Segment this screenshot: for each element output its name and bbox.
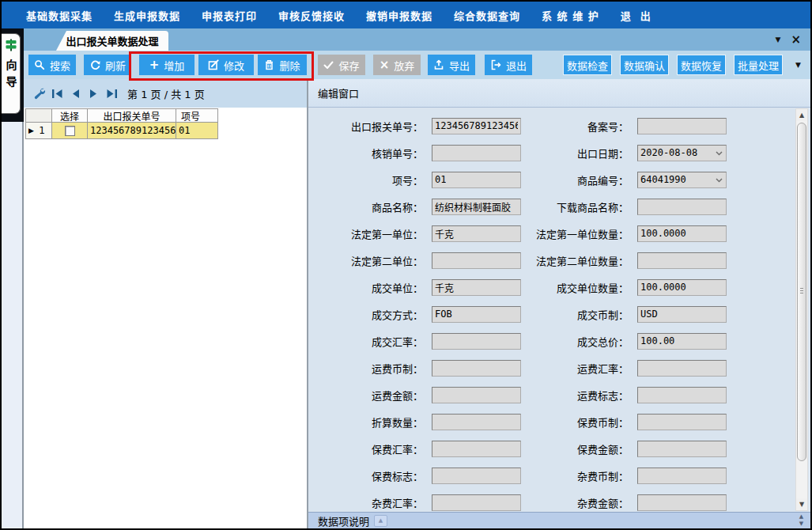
- form-input[interactable]: 100.0000: [637, 279, 727, 296]
- toolbar-overflow-icon[interactable]: ▼: [795, 61, 801, 69]
- form-input[interactable]: 纺织材料制鞋面胶: [432, 199, 521, 215]
- form-input[interactable]: 01: [432, 172, 521, 188]
- form-input[interactable]: 100.00: [637, 333, 727, 350]
- export-label: 导出: [449, 58, 470, 73]
- vertical-scrollbar[interactable]: ▲ ▼: [795, 108, 808, 511]
- menu-item-2[interactable]: 生成申报数据: [114, 8, 180, 23]
- table-row-select-cell[interactable]: [52, 123, 88, 139]
- form-input[interactable]: 100.0000: [637, 225, 727, 242]
- menu-item-4[interactable]: 审核反馈接收: [278, 8, 345, 23]
- refresh-button[interactable]: 刷新: [84, 55, 131, 75]
- form-input[interactable]: [637, 252, 727, 269]
- record-table: 选择 出口报关单号 项号 ▶ 1 123456789123456789 01: [25, 108, 218, 139]
- add-button[interactable]: + 增加: [139, 55, 195, 75]
- toolbar: 搜索 刷新 + 增加 修改 删除 保存: [24, 51, 810, 79]
- settings-wrench-icon[interactable]: [32, 85, 46, 101]
- form-input[interactable]: [637, 360, 727, 377]
- wizard-tab[interactable]: 向导: [2, 33, 21, 114]
- first-page-icon[interactable]: [50, 85, 64, 101]
- scroll-down-icon[interactable]: ▼: [796, 498, 807, 510]
- batch-process-button[interactable]: 批量处理: [734, 55, 783, 75]
- menu-item-3[interactable]: 申报表打印: [202, 8, 257, 23]
- form-input[interactable]: [432, 441, 521, 457]
- menu-item-5[interactable]: 撤销申报数据: [366, 8, 432, 23]
- form-input[interactable]: [637, 414, 727, 430]
- tab-list-dropdown-icon[interactable]: ▼: [776, 36, 781, 44]
- tab-close-icon[interactable]: ×: [791, 34, 801, 46]
- form-input[interactable]: [637, 199, 727, 215]
- form-input[interactable]: [432, 145, 521, 161]
- field-label: 出口日期：: [521, 146, 633, 161]
- field-label: 法定第一单位数量：: [521, 226, 633, 241]
- collapse-arrow-icon: ▲: [379, 517, 383, 524]
- tab-export-declaration[interactable]: 出口报关单数据处理: [56, 31, 168, 51]
- next-page-icon[interactable]: [86, 85, 100, 101]
- form-input[interactable]: [637, 387, 727, 403]
- form-input[interactable]: [637, 441, 727, 457]
- last-page-icon[interactable]: [104, 85, 119, 101]
- delete-button[interactable]: 删除: [258, 55, 307, 75]
- edit-panel-header: 编辑窗口: [308, 79, 810, 108]
- tab-title: 出口报关单数据处理: [66, 33, 158, 48]
- discard-button[interactable]: × 放弃: [373, 55, 421, 75]
- mini-scroll-down-icon[interactable]: ▼: [799, 521, 803, 527]
- data-restore-label: 数据恢复: [681, 58, 722, 73]
- menu-item-8[interactable]: 退 出: [621, 8, 651, 23]
- row-indicator-cell[interactable]: ▶ 1: [26, 123, 52, 139]
- form-input[interactable]: [432, 414, 521, 430]
- collapse-panel-button[interactable]: ▲: [374, 515, 387, 527]
- form-input[interactable]: 千克: [432, 225, 521, 242]
- form-input[interactable]: [432, 468, 521, 484]
- data-restore-button[interactable]: 数据恢复: [677, 55, 726, 75]
- field-label: 保费金额：: [521, 441, 633, 456]
- form-input[interactable]: [637, 494, 727, 511]
- field-label: 成交汇率：: [308, 334, 428, 349]
- row-select-checkbox[interactable]: [65, 126, 75, 136]
- form-select[interactable]: 64041990: [637, 172, 727, 188]
- scroll-up-icon[interactable]: ▲: [796, 109, 807, 121]
- export-button[interactable]: 导出: [428, 55, 475, 75]
- search-button[interactable]: 搜索: [28, 55, 76, 75]
- column-header-declaration-no: 出口报关单号: [88, 109, 176, 123]
- form-row: 折算数量：保费币制：: [308, 408, 791, 435]
- mini-scroll-up-icon[interactable]: ▲: [799, 514, 803, 520]
- form-input[interactable]: [637, 468, 727, 484]
- menu-item-1[interactable]: 基础数据采集: [26, 8, 93, 23]
- form-row: 核销单号：出口日期：2020-08-08: [308, 139, 791, 166]
- table-cell-item-no[interactable]: 01: [176, 123, 218, 139]
- data-item-description-bar: 数据项说明 ▲ ▲ ▼: [308, 512, 810, 528]
- form-input[interactable]: [432, 333, 521, 350]
- data-confirm-button[interactable]: 数据确认: [620, 55, 669, 75]
- form-input[interactable]: FOB: [432, 306, 521, 323]
- form-input[interactable]: [432, 360, 521, 377]
- save-button[interactable]: 保存: [318, 55, 365, 75]
- exit-button[interactable]: 退出: [485, 55, 532, 75]
- field-label: 下载商品名称：: [521, 199, 633, 214]
- form-input[interactable]: [637, 118, 727, 134]
- field-value: 100.0000: [640, 228, 686, 239]
- form-select[interactable]: 2020-08-08: [637, 145, 727, 161]
- field-value: 64041990: [640, 174, 686, 185]
- scrollbar-thumb[interactable]: [797, 123, 806, 461]
- app-window: 基础数据采集生成申报数据申报表打印审核反馈接收撤销申报数据综合数据查询系 统 维…: [0, 0, 812, 530]
- edit-button[interactable]: 修改: [198, 55, 254, 75]
- form-input[interactable]: USD: [637, 306, 727, 323]
- field-label: 备案号：: [521, 119, 633, 134]
- menu-item-7[interactable]: 系 统 维 护: [542, 8, 599, 23]
- form-row: 杂费汇率：杂费金额：: [308, 489, 791, 512]
- field-value: 纺织材料制鞋面胶: [435, 200, 511, 214]
- form-input[interactable]: [432, 387, 521, 403]
- field-label: 杂费汇率：: [308, 495, 428, 510]
- search-icon: [34, 59, 45, 70]
- form-input[interactable]: [432, 252, 521, 269]
- table-cell-declaration-no[interactable]: 123456789123456789: [88, 123, 176, 139]
- menu-item-6[interactable]: 综合数据查询: [454, 8, 520, 23]
- form-input[interactable]: [432, 494, 521, 511]
- menu-bar: 基础数据采集生成申报数据申报表打印审核反馈接收撤销申报数据综合数据查询系 统 维…: [2, 2, 810, 28]
- form-input[interactable]: 12345678912345678: [432, 118, 521, 134]
- field-value: 100.0000: [640, 282, 686, 293]
- prev-page-icon[interactable]: [68, 85, 82, 101]
- form-input[interactable]: 千克: [432, 279, 521, 296]
- data-check-button[interactable]: 数据检查: [563, 55, 612, 75]
- field-value: 12345678912345678: [435, 120, 518, 131]
